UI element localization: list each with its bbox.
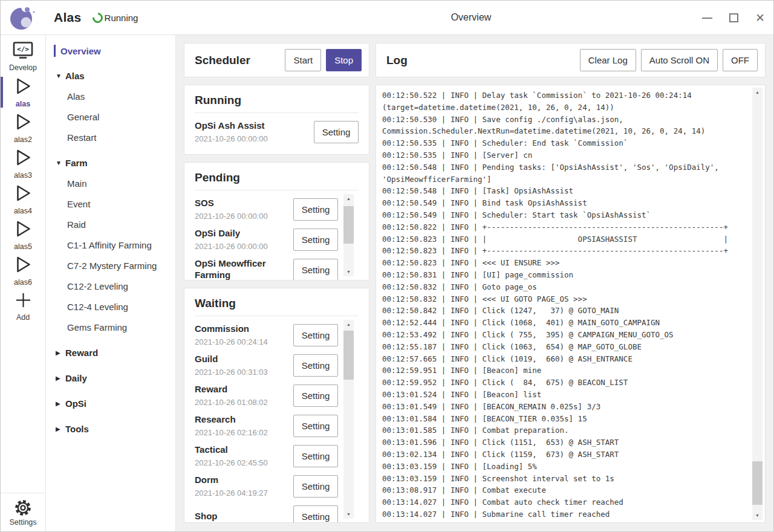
waiting-title: Waiting (195, 297, 359, 316)
scroll-thumb[interactable] (343, 206, 354, 243)
rail-item-label: alas4 (14, 207, 32, 215)
nav-group: ▶ Tools (46, 419, 175, 439)
log-line: 00:12:50.530 | INFO | Save config ./conf… (382, 114, 744, 138)
nav-group-header[interactable]: ▶ Reward (46, 343, 175, 363)
rail-item-icon: </> (13, 41, 33, 62)
nav-child-item[interactable]: Raid (46, 214, 175, 235)
task-setting-button[interactable]: Setting (293, 384, 338, 407)
rail-item[interactable]: alas2 (1, 110, 45, 146)
rail-item[interactable]: alas5 (1, 217, 45, 253)
log-line: 00:12:50.832 | INFO | <<< UI GOTO PAGE_O… (382, 293, 744, 305)
pending-title: Pending (195, 171, 359, 190)
nav-child-item[interactable]: Alas (46, 86, 175, 106)
status-label: Running (105, 13, 138, 23)
log-line: 00:12:50.535 | INFO | Scheduler: End tas… (382, 137, 744, 149)
nav-group-label: Alas (65, 71, 85, 81)
log-line: 00:12:50.548 | INFO | Pending tasks: ['O… (382, 161, 744, 186)
task-info: Dorm 2021-10-26 04:19:27 (195, 475, 272, 498)
chevron-down-icon: ▼ (56, 160, 65, 166)
task-row: Guild 2021-10-26 00:31:03 Setting (195, 350, 338, 380)
task-info: Reward 2021-10-26 01:08:02 (195, 384, 272, 407)
titlebar: Alas Running Overview ✕ (1, 1, 773, 35)
log-line: 00:12:50.823 | INFO | | OPSIASHASSIST | (382, 233, 744, 245)
nav-child-item[interactable]: General (46, 106, 175, 127)
minimize-button[interactable] (694, 1, 720, 35)
nav-group-header[interactable]: ▶ OpSi (46, 394, 175, 414)
scroll-thumb[interactable] (343, 331, 354, 380)
auto-scroll-off-button[interactable]: OFF (723, 49, 758, 71)
scroll-up-icon[interactable]: ▲ (343, 320, 354, 329)
log-line: 00:13:03.159 | INFO | Screenshot interva… (382, 473, 744, 485)
task-name: Shop (195, 511, 218, 522)
task-row: Reward 2021-10-26 01:08:02 Setting (195, 380, 338, 410)
task-setting-button[interactable]: Setting (293, 229, 338, 251)
nav-child-item[interactable]: Main (46, 173, 175, 193)
rail-item[interactable]: </> Develop (1, 39, 45, 74)
scroll-down-icon[interactable]: ▼ (752, 511, 763, 520)
scroll-track[interactable] (343, 203, 354, 267)
nav-child-item[interactable]: Event (46, 193, 175, 214)
rail-item[interactable]: alas (1, 74, 45, 110)
nav-child-item[interactable]: Gems Farming (46, 317, 175, 337)
task-setting-button[interactable]: Setting (293, 505, 338, 523)
log-title: Log (386, 54, 408, 67)
task-row: Dorm 2021-10-26 04:19:27 Setting (195, 471, 338, 501)
nav-child-item[interactable]: Restart (46, 127, 175, 148)
maximize-button[interactable] (720, 1, 747, 35)
nav-child-item[interactable]: C1-1 Affinity Farming (46, 235, 175, 255)
scroll-thumb[interactable] (752, 461, 763, 505)
start-button[interactable]: Start (285, 49, 321, 71)
stop-button[interactable]: Stop (326, 49, 362, 71)
task-setting-button[interactable]: Setting (293, 198, 338, 221)
rail-item-icon (14, 183, 33, 206)
rail-item[interactable]: alas3 (1, 146, 45, 181)
waiting-card: Waiting Commission 2021-10-26 00:24:14 S… (184, 288, 369, 523)
nav-group-header[interactable]: ▼ Alas (46, 66, 175, 86)
nav-child-item[interactable]: C12-4 Leveling (46, 296, 175, 317)
nav-child-item[interactable]: C7-2 Mystery Farming (46, 255, 175, 276)
scroll-track[interactable] (343, 329, 354, 510)
log-line: 00:13:01.596 | INFO | Click (1151, 653) … (382, 436, 744, 449)
waiting-scrollbar[interactable]: ▲ ▼ (343, 320, 354, 519)
scroll-up-icon[interactable]: ▲ (752, 88, 763, 97)
task-setting-button[interactable]: Setting (293, 354, 338, 377)
rail-item[interactable]: alas4 (1, 181, 45, 217)
settings-button[interactable]: Settings (1, 493, 45, 531)
clear-log-button[interactable]: Clear Log (580, 49, 636, 71)
scheduler-column: Scheduler Start Stop Running OpSi Ash As (184, 43, 369, 523)
nav-group-header[interactable]: ▶ Daily (46, 368, 175, 388)
scroll-up-icon[interactable]: ▲ (343, 194, 354, 203)
pending-scrollbar[interactable]: ▲ ▼ (343, 194, 354, 276)
task-setting-button[interactable]: Setting (293, 415, 338, 437)
scroll-down-icon[interactable]: ▼ (343, 510, 354, 519)
rail-item[interactable]: alas6 (1, 253, 45, 288)
task-setting-button[interactable]: Setting (293, 445, 338, 467)
scheduler-title: Scheduler (195, 54, 250, 67)
close-button[interactable]: ✕ (747, 1, 773, 35)
auto-scroll-on-button[interactable]: Auto Scroll ON (641, 49, 718, 71)
task-info: OpSi Meowfficer Farming (195, 258, 293, 280)
task-info: Research 2021-10-26 02:16:02 (195, 414, 272, 437)
log-scrollbar[interactable]: ▲ ▼ (752, 88, 763, 520)
nav-group-header[interactable]: ▶ Tools (46, 419, 175, 439)
task-setting-button[interactable]: Setting (293, 324, 338, 346)
task-setting-button[interactable]: Setting (293, 475, 338, 498)
task-setting-button[interactable]: Setting (293, 259, 338, 281)
running-spinner-icon (90, 10, 105, 25)
nav-group: ▶ Reward (46, 343, 175, 363)
task-setting-button[interactable]: Setting (314, 121, 359, 143)
task-name: OpSi Meowfficer Farming (195, 258, 290, 280)
nav-item-overview[interactable]: Overview (46, 41, 175, 60)
rail-item-icon (14, 76, 33, 99)
scroll-down-icon[interactable]: ▼ (343, 267, 354, 276)
task-name: Guild (195, 354, 268, 365)
nav-child-item[interactable]: C12-2 Leveling (46, 276, 175, 296)
gear-icon (13, 498, 33, 517)
maximize-icon (729, 13, 738, 22)
task-name: SOS (195, 198, 268, 209)
task-name: OpSi Daily (195, 228, 268, 239)
nav-group-label: OpSi (65, 398, 86, 409)
rail-item[interactable]: Add (1, 288, 45, 324)
nav-group-header[interactable]: ▼ Farm (46, 153, 175, 173)
scroll-track[interactable] (752, 97, 763, 511)
